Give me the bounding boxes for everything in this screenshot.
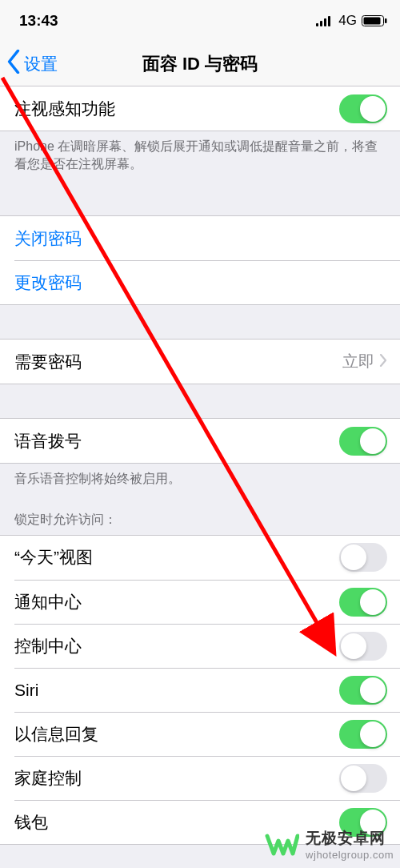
lock-label: 钱包 <box>14 811 48 834</box>
lock-row-0[interactable]: “今天”视图 <box>0 536 400 580</box>
attention-row[interactable]: 注视感知功能 <box>0 86 400 131</box>
lock-toggle[interactable] <box>339 632 387 661</box>
require-row[interactable]: 需要密码 立即 <box>0 340 400 384</box>
nav-bar: 设置 面容 ID 与密码 <box>0 42 400 86</box>
voice-toggle[interactable] <box>339 427 387 456</box>
lock-label: “今天”视图 <box>14 546 93 569</box>
svg-rect-0 <box>316 23 318 26</box>
lock-toggle[interactable] <box>339 764 387 793</box>
lock-group: “今天”视图通知中心控制中心Siri以信息回复家庭控制钱包 <box>0 535 400 845</box>
svg-rect-1 <box>320 21 322 26</box>
signal-icon <box>316 15 334 26</box>
chevron-left-icon <box>6 50 21 78</box>
svg-rect-5 <box>364 18 381 25</box>
back-label: 设置 <box>24 53 58 75</box>
svg-rect-6 <box>385 18 387 23</box>
svg-rect-2 <box>324 18 326 26</box>
lock-label: 控制中心 <box>14 635 82 657</box>
status-right: 4G <box>316 13 387 29</box>
lock-toggle[interactable] <box>339 543 387 572</box>
watermark-logo-icon <box>264 826 299 862</box>
chevron-right-icon <box>379 352 387 371</box>
lock-row-3[interactable]: Siri <box>14 668 400 712</box>
attention-toggle[interactable] <box>339 94 387 123</box>
lock-row-1[interactable]: 通知中心 <box>14 580 400 624</box>
voice-footer: 音乐语音控制将始终被启用。 <box>0 464 400 497</box>
lock-row-5[interactable]: 家庭控制 <box>14 756 400 800</box>
lock-row-2[interactable]: 控制中心 <box>14 624 400 668</box>
lock-label: 以信息回复 <box>14 723 98 745</box>
back-button[interactable]: 设置 <box>0 50 58 78</box>
turn-off-passcode[interactable]: 关闭密码 <box>0 216 400 260</box>
watermark: 无极安卓网 wjhotelgroup.com <box>264 826 394 862</box>
watermark-title: 无极安卓网 <box>306 828 394 849</box>
status-bar: 13:43 4G <box>0 0 400 42</box>
attention-footer: iPhone 在调暗屏幕、解锁后展开通知或调低提醒音量之前，将查看您是否在注视屏… <box>0 131 400 182</box>
require-group: 需要密码 立即 <box>0 339 400 384</box>
attention-label: 注视感知功能 <box>14 98 115 120</box>
network-label: 4G <box>338 13 357 29</box>
lock-label: 家庭控制 <box>14 767 82 790</box>
change-label: 更改密码 <box>14 271 82 294</box>
svg-rect-3 <box>328 16 330 26</box>
battery-icon <box>362 15 387 26</box>
lock-header: 锁定时允许访问： <box>0 497 400 535</box>
attention-group: 注视感知功能 <box>0 86 400 131</box>
voice-row[interactable]: 语音拨号 <box>0 419 400 463</box>
require-value: 立即 <box>342 351 374 372</box>
watermark-url: wjhotelgroup.com <box>306 849 394 861</box>
passcode-group: 关闭密码 更改密码 <box>0 215 400 305</box>
lock-toggle[interactable] <box>339 588 387 617</box>
lock-label: 通知中心 <box>14 591 82 613</box>
page-title: 面容 ID 与密码 <box>0 52 400 76</box>
lock-toggle[interactable] <box>339 720 387 749</box>
change-passcode[interactable]: 更改密码 <box>14 260 400 304</box>
voice-label: 语音拨号 <box>14 430 82 452</box>
voice-group: 语音拨号 <box>0 418 400 464</box>
lock-toggle[interactable] <box>339 676 387 705</box>
turn-off-label: 关闭密码 <box>14 227 82 250</box>
lock-row-4[interactable]: 以信息回复 <box>14 712 400 756</box>
lock-label: Siri <box>14 681 38 700</box>
require-label: 需要密码 <box>14 351 82 373</box>
status-time: 13:43 <box>19 12 58 30</box>
